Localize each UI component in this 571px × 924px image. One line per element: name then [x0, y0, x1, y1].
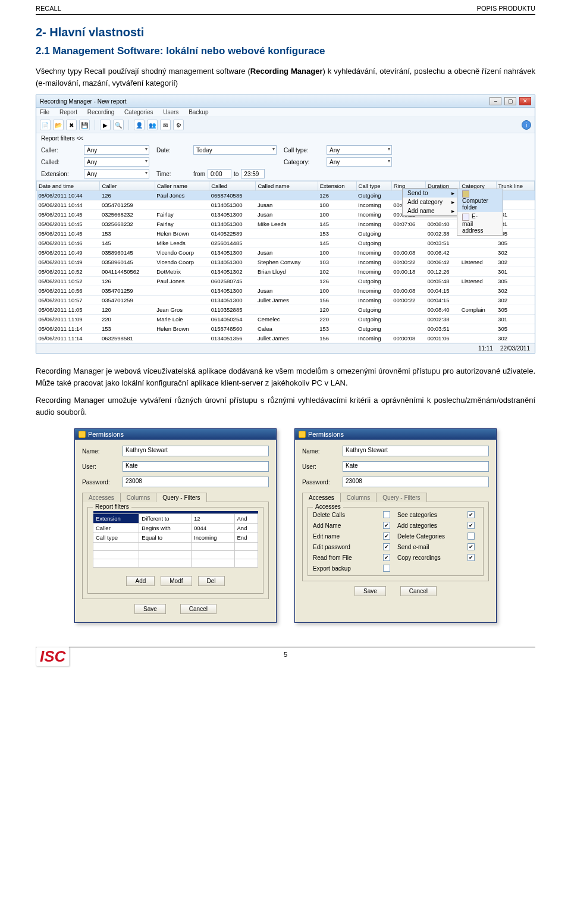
perm-title-text: Permissions: [88, 431, 124, 438]
ctx-addname[interactable]: Add name▸: [403, 206, 457, 215]
table-row[interactable]: 05/06/2011 11:1406325985810134051356Juli…: [37, 334, 535, 343]
info-icon[interactable]: i: [522, 120, 531, 130]
btn-modf[interactable]: Modf: [161, 576, 192, 586]
checkbox[interactable]: [383, 565, 390, 572]
minimize-button[interactable]: –: [490, 97, 501, 105]
perm-user-input[interactable]: Kate: [343, 461, 489, 472]
qgrid-row[interactable]: [93, 559, 258, 568]
grid-header[interactable]: Called name: [256, 181, 318, 191]
table-row[interactable]: 05/06/2011 10:52126Paul Jones06025807451…: [37, 277, 535, 286]
menu-report[interactable]: Report: [59, 109, 77, 115]
gear-icon[interactable]: ⚙: [173, 120, 184, 130]
qgrid-row[interactable]: [93, 551, 258, 559]
menu-users[interactable]: Users: [163, 109, 178, 115]
menu-backup[interactable]: Backup: [189, 109, 208, 115]
check-label: See categories: [397, 512, 464, 518]
time-to-input[interactable]: 23:59: [241, 169, 265, 178]
maximize-button[interactable]: ▢: [504, 97, 516, 105]
table-row[interactable]: 05/06/2011 11:05120Jean Gros011035288512…: [37, 305, 535, 315]
table-row[interactable]: 05/06/2011 11:14153Helen Brown0158748560…: [37, 324, 535, 334]
perm-pwd-input[interactable]: 23008: [123, 477, 269, 487]
checkbox[interactable]: ✔: [383, 543, 390, 550]
table-row[interactable]: 05/06/2011 10:490358960145Vicendo Coorp0…: [37, 258, 535, 267]
mail-icon[interactable]: ✉: [160, 120, 171, 130]
tab-query-filters[interactable]: Query - Filters: [156, 493, 206, 502]
grid-header[interactable]: Caller name: [155, 181, 209, 191]
checkbox[interactable]: ✔: [383, 522, 390, 529]
qgrid-row[interactable]: ExtensionDifferent to12And: [93, 514, 258, 524]
btn-cancel[interactable]: Cancel: [180, 604, 217, 614]
grid-header[interactable]: Called: [209, 181, 256, 191]
perm-pwd-input[interactable]: 23008: [343, 477, 489, 487]
grid-header[interactable]: Extension: [318, 181, 356, 191]
perm-user-label: User:: [302, 463, 338, 470]
filter-calltype-combo[interactable]: Any: [327, 145, 392, 155]
filter-ext-combo[interactable]: Any: [84, 169, 149, 178]
filter-called-combo[interactable]: Any: [84, 157, 149, 167]
checkbox[interactable]: [383, 511, 390, 518]
user-icon[interactable]: 👤: [134, 120, 145, 130]
tab-columns[interactable]: Columns: [340, 493, 377, 502]
window-controls: – ▢ ✕: [488, 97, 531, 105]
tab-accesses[interactable]: Accesses: [82, 493, 121, 502]
ctx-computer-folder[interactable]: Computer folder: [457, 189, 503, 212]
qgrid-row[interactable]: Call typeEqual toIncomingEnd: [93, 533, 258, 543]
header-right: POPIS PRODUKTU: [477, 5, 535, 12]
new-icon[interactable]: 📄: [40, 120, 51, 130]
qgrid-row[interactable]: CallerBegins with0044And: [93, 524, 258, 533]
toolbar-sep: [95, 120, 95, 130]
checkbox[interactable]: ✔: [468, 554, 475, 561]
filter-category-combo[interactable]: Any: [327, 157, 392, 167]
tab-accesses[interactable]: Accesses: [302, 493, 341, 502]
filters-header[interactable]: Report filters <<: [36, 133, 535, 143]
grid-header[interactable]: Date and time: [37, 181, 100, 191]
ctx-addcategory[interactable]: Add category▸: [403, 198, 457, 206]
checkbox[interactable]: ✔: [468, 543, 475, 550]
filter-caller-combo[interactable]: Any: [84, 145, 149, 155]
menu-categories[interactable]: Categories: [124, 109, 153, 115]
save-icon[interactable]: 💾: [79, 120, 90, 130]
qgrid-row[interactable]: [93, 543, 258, 551]
perm-name-input[interactable]: Kathryn Stewart: [343, 446, 489, 456]
time-from-input[interactable]: 0:00: [208, 169, 231, 178]
checkbox[interactable]: ✔: [383, 533, 390, 540]
ctx-email-address[interactable]: E-mail address: [457, 212, 503, 234]
search-icon[interactable]: 🔍: [113, 120, 124, 130]
tab-query-filters[interactable]: Query - Filters: [376, 493, 426, 502]
btn-save[interactable]: Save: [134, 604, 166, 614]
tab-columns[interactable]: Columns: [120, 493, 156, 502]
filter-time-group: from 0:00 to 23:59: [193, 169, 277, 178]
table-row[interactable]: 05/06/2011 10:490358960145Vicendo Coorp0…: [37, 248, 535, 258]
query-grid[interactable]: ExtensionDifferent to12AndCallerBegins w…: [93, 511, 258, 568]
table-row[interactable]: 05/06/2011 11:09220Marie Loie0614050254C…: [37, 315, 535, 324]
checkbox[interactable]: ✔: [383, 554, 390, 561]
grid-header[interactable]: Caller: [100, 181, 155, 191]
btn-del[interactable]: Del: [198, 576, 225, 586]
perm-tabs: Accesses Columns Query - Filters: [302, 492, 489, 502]
close-button[interactable]: ✕: [519, 97, 531, 105]
btn-save[interactable]: Save: [354, 586, 386, 596]
perm-name-input[interactable]: Kathryn Stewart: [123, 446, 269, 456]
delete-icon[interactable]: ✖: [66, 120, 77, 130]
play-icon[interactable]: ▶: [100, 120, 111, 130]
table-row[interactable]: 05/06/2011 10:46145Mike Leeds02560144851…: [37, 239, 535, 248]
checkbox[interactable]: [468, 533, 475, 540]
folder-icon: [462, 190, 469, 198]
checkbox[interactable]: ✔: [468, 522, 475, 529]
ctx-sendto[interactable]: Send to▸ Computer folder E-mail address: [403, 189, 457, 198]
table-row[interactable]: 05/06/2011 10:52004114450562DotMetrix013…: [37, 267, 535, 277]
menu-file[interactable]: File: [40, 109, 49, 115]
users-icon[interactable]: 👥: [147, 120, 158, 130]
table-row[interactable]: 05/06/2011 10:5703547012590134051300Juli…: [37, 296, 535, 305]
checkbox[interactable]: ✔: [468, 511, 475, 518]
check-label: Edit name: [313, 533, 379, 540]
filter-date-combo[interactable]: Today: [193, 145, 277, 155]
btn-add[interactable]: Add: [126, 576, 155, 586]
table-row[interactable]: 05/06/2011 10:5603547012590134051300Jusa…: [37, 286, 535, 296]
menu-recording[interactable]: Recording: [87, 109, 115, 115]
grid-header[interactable]: Call type: [356, 181, 391, 191]
btn-cancel[interactable]: Cancel: [400, 586, 437, 596]
open-icon[interactable]: 📂: [53, 120, 64, 130]
perm-user-input[interactable]: Kate: [123, 461, 269, 472]
footer-logo: ISC: [36, 647, 70, 666]
